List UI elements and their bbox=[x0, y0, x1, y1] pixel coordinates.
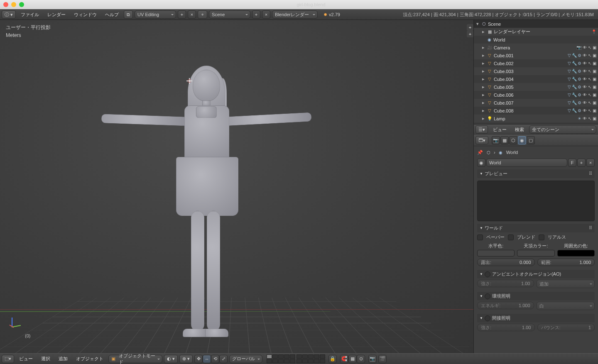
selectable-cursor-icon[interactable]: ↖ bbox=[588, 85, 591, 89]
opengl-render-icon[interactable]: 📷 bbox=[368, 355, 377, 363]
new-world-button[interactable]: + bbox=[577, 159, 586, 167]
renderable-camera-icon[interactable]: ▣ bbox=[593, 116, 596, 121]
delete-scene-button[interactable]: × bbox=[262, 10, 270, 19]
tab-renderlayers-icon[interactable]: ▦ bbox=[500, 136, 509, 144]
renderable-camera-icon[interactable]: ▣ bbox=[593, 85, 596, 89]
manipulator-toggles[interactable]: ✥ ↔ ⟲ ⤢ bbox=[194, 355, 228, 363]
tab-render-icon[interactable]: 📷 bbox=[492, 136, 500, 144]
world-browse-icon[interactable]: ◉ bbox=[477, 159, 485, 167]
expand-icon[interactable]: ▸ bbox=[481, 84, 485, 90]
snap-target-icon[interactable]: ⊙ bbox=[357, 355, 365, 363]
outliner-object-row[interactable]: ▸▽Cube.004▽🔧⚙👁↖▣ bbox=[474, 75, 598, 83]
npanel-expand-icon[interactable]: + bbox=[467, 31, 473, 37]
expand-icon[interactable]: ▸ bbox=[481, 100, 485, 105]
panel-indirect[interactable]: ▼間接照明 bbox=[477, 314, 595, 322]
visibility-eye-icon[interactable]: 👁 bbox=[583, 100, 587, 105]
ao-strength-field[interactable]: 強さ:1.00 bbox=[477, 280, 534, 287]
expand-icon[interactable]: ▸ bbox=[481, 29, 485, 34]
outliner-object-row[interactable]: ▸▽Cube.001▽🔧⚙👁↖▣ bbox=[474, 51, 598, 59]
material-ball-icon[interactable]: ⚙ bbox=[578, 77, 581, 81]
material-ball-icon[interactable]: ⚙ bbox=[578, 53, 581, 58]
snap-toggles[interactable]: 🧲 ▦ ⊙ bbox=[340, 355, 365, 363]
outliner-object-row[interactable]: ▸▽Cube.003▽🔧⚙👁↖▣ bbox=[474, 67, 598, 75]
tab-world-icon[interactable]: ◉ bbox=[518, 136, 526, 144]
3d-cursor-icon[interactable] bbox=[186, 78, 192, 84]
renderable-camera-icon[interactable]: ▣ bbox=[593, 61, 596, 66]
mesh-data-icon[interactable]: ▽ bbox=[568, 53, 571, 58]
modifier-wrench-icon[interactable]: 🔧 bbox=[572, 77, 577, 81]
selectable-cursor-icon[interactable]: ↖ bbox=[588, 45, 591, 50]
visibility-eye-icon[interactable]: 👁 bbox=[583, 116, 587, 121]
renderable-camera-icon[interactable]: ▣ bbox=[593, 45, 596, 50]
panel-preview[interactable]: ▼プレビュー⠿ bbox=[477, 169, 595, 178]
object-name[interactable]: Cube.004 bbox=[494, 77, 566, 82]
modifier-wrench-icon[interactable]: 🔧 bbox=[572, 85, 577, 89]
snap-toggle-icon[interactable]: 🧲 bbox=[340, 355, 348, 363]
mode-dropdown[interactable]: ▣オブジェクトモード bbox=[108, 355, 162, 363]
translate-gizmo-icon[interactable]: ↔ bbox=[203, 355, 211, 363]
panel-ao[interactable]: ▼アンビエントオクルージョン(AO) bbox=[477, 270, 595, 278]
expand-icon[interactable]: ▸ bbox=[481, 61, 485, 66]
object-name[interactable]: Cube.002 bbox=[494, 61, 566, 66]
expand-icon[interactable]: ▸ bbox=[481, 68, 485, 74]
expand-icon[interactable]: ▸ bbox=[481, 45, 485, 50]
add-layout-button[interactable]: + bbox=[178, 10, 186, 19]
context-tabs[interactable]: 📷 ▦ ⬡ ◉ ▢ bbox=[490, 135, 537, 145]
object-name[interactable]: Cube.008 bbox=[494, 108, 566, 113]
menu-file[interactable]: ファイル bbox=[17, 10, 42, 20]
mesh-data-icon[interactable]: ▽ bbox=[568, 108, 571, 113]
zenith-color-swatch[interactable] bbox=[517, 250, 554, 257]
mesh-data-icon[interactable]: ▽ bbox=[568, 85, 571, 89]
object-name[interactable]: Cube.005 bbox=[494, 85, 566, 90]
unlink-world-button[interactable]: × bbox=[586, 159, 595, 167]
material-ball-icon[interactable]: ⚙ bbox=[578, 93, 581, 97]
env-energy-field[interactable]: エネルギ:1.000 bbox=[477, 302, 534, 309]
window-controls[interactable] bbox=[3, 2, 24, 7]
renderable-camera-icon[interactable]: ▣ bbox=[593, 77, 596, 81]
outliner-display-filter[interactable]: 全てのシーン bbox=[529, 125, 596, 134]
material-ball-icon[interactable]: ⚙ bbox=[578, 100, 581, 105]
modifier-wrench-icon[interactable]: 🔧 bbox=[572, 53, 577, 58]
render-engine-dropdown[interactable]: Blenderレンダー bbox=[272, 10, 318, 19]
outliner-object-row[interactable]: ▸▽Cube.007▽🔧⚙👁↖▣ bbox=[474, 99, 598, 107]
material-ball-icon[interactable]: ⚙ bbox=[578, 85, 581, 89]
horizon-color-swatch[interactable] bbox=[477, 250, 515, 257]
material-ball-icon[interactable]: ⚙ bbox=[578, 108, 581, 113]
renderable-camera-icon[interactable]: ▣ bbox=[593, 108, 596, 113]
real-sky-checkbox[interactable] bbox=[539, 235, 544, 240]
selectable-cursor-icon[interactable]: ↖ bbox=[588, 77, 591, 81]
paper-sky-checkbox[interactable] bbox=[477, 235, 483, 240]
renderlayer-pin-icon[interactable]: 📍 bbox=[591, 29, 596, 34]
mesh-data-icon[interactable]: ▽ bbox=[568, 77, 571, 81]
renderlayers-node[interactable]: レンダーレイヤー bbox=[494, 29, 590, 35]
outliner-object-row[interactable]: ▸▽Cube.002▽🔧⚙👁↖▣ bbox=[474, 59, 598, 67]
screen-layout-dropdown[interactable]: UV Editing bbox=[135, 10, 176, 19]
modifier-wrench-icon[interactable]: 🔧 bbox=[572, 61, 577, 66]
lamp-data-icon[interactable]: ☀ bbox=[578, 116, 581, 121]
scene-dropdown[interactable]: Scene bbox=[209, 10, 250, 19]
pivot-dropdown-icon[interactable]: ⊕ ▾ bbox=[179, 355, 193, 363]
visibility-eye-icon[interactable]: 👁 bbox=[583, 53, 587, 58]
indirect-enable-checkbox[interactable] bbox=[485, 315, 490, 321]
visibility-eye-icon[interactable]: 👁 bbox=[583, 85, 587, 89]
opengl-anim-icon[interactable]: 🎬 bbox=[378, 355, 387, 363]
menu-help[interactable]: ヘルプ bbox=[102, 10, 122, 20]
renderable-camera-icon[interactable]: ▣ bbox=[593, 100, 596, 105]
world-id-field[interactable]: World bbox=[486, 159, 567, 167]
outliner-object-row[interactable]: ▸▽Cube.006▽🔧⚙👁↖▣ bbox=[474, 91, 598, 99]
indirect-strength-field[interactable]: 強さ:1.00 bbox=[477, 324, 535, 331]
tab-scene-icon[interactable]: ⬡ bbox=[509, 136, 517, 144]
outliner[interactable]: ▾⬡Scene ▸▦レンダーレイヤー📍 ◉World ▸🎥Camera📷👁↖▣ … bbox=[474, 20, 598, 125]
editor-type-icon[interactable]: ⓘ ▾ bbox=[2, 10, 16, 19]
modifier-wrench-icon[interactable]: 🔧 bbox=[572, 93, 577, 97]
object-name[interactable]: Cube.007 bbox=[494, 100, 566, 105]
lock-layers-icon[interactable]: 🔒 bbox=[328, 355, 337, 363]
tab-object-icon[interactable]: ▢ bbox=[527, 136, 535, 144]
object-menu[interactable]: オブジェクト bbox=[73, 354, 107, 364]
lamp-node[interactable]: Lamp bbox=[494, 116, 576, 121]
add-menu[interactable]: 追加 bbox=[55, 354, 71, 364]
visibility-eye-icon[interactable]: 👁 bbox=[583, 45, 587, 50]
material-ball-icon[interactable]: ⚙ bbox=[578, 61, 581, 66]
scale-gizmo-icon[interactable]: ⤢ bbox=[219, 355, 228, 363]
manipulator-toggle-icon[interactable]: ✥ bbox=[194, 355, 203, 363]
